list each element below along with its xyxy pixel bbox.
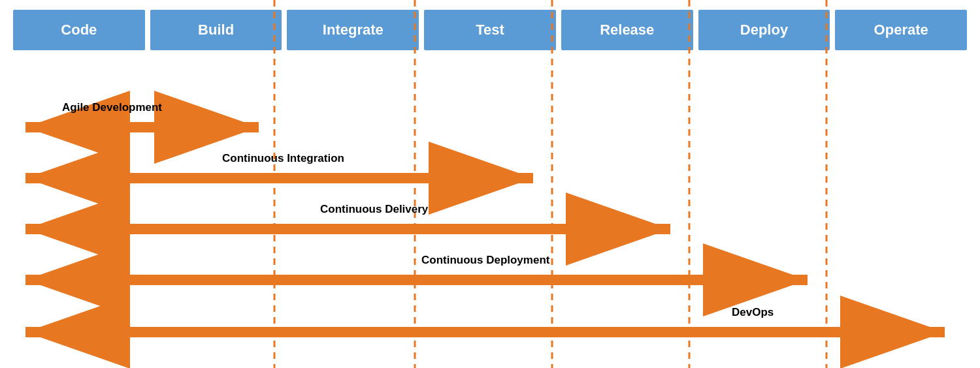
phases-row: CodeBuildIntegrateTestReleaseDeployOpera… (13, 10, 967, 50)
phase-box-deploy: Deploy (698, 10, 830, 50)
phase-box-release: Release (561, 10, 693, 50)
arrow-label-0: Agile Development (62, 101, 162, 114)
phase-box-build: Build (150, 10, 282, 50)
overlay: Agile DevelopmentContinuous IntegrationC… (0, 0, 980, 368)
arrow-label-2: Continuous Delivery (320, 203, 429, 215)
phase-box-operate: Operate (835, 10, 967, 50)
arrow-label-1: Continuous Integration (222, 152, 344, 164)
diagram: CodeBuildIntegrateTestReleaseDeployOpera… (0, 0, 980, 368)
phase-box-integrate: Integrate (287, 10, 419, 50)
phase-box-test: Test (424, 10, 556, 50)
arrow-label-3: Continuous Deployment (421, 254, 550, 266)
phase-box-code: Code (13, 10, 145, 50)
arrow-label-4: DevOps (732, 306, 774, 318)
